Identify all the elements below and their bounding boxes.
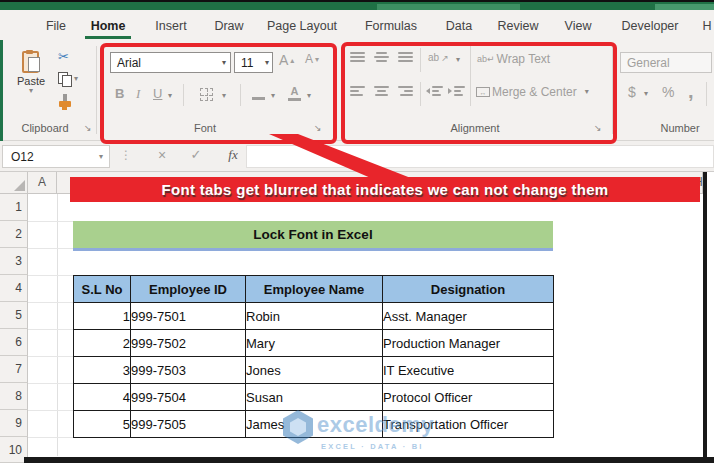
align-left-icon [350, 86, 365, 96]
cell-designation[interactable]: Transportation Officer [383, 411, 554, 438]
tab-formulas[interactable]: Formulas [358, 16, 424, 36]
alignment-dialog-launcher[interactable]: ↘ [594, 123, 602, 133]
copy-button[interactable]: ▾ [58, 72, 78, 86]
align-right-button[interactable] [398, 86, 413, 96]
cell-employee-name[interactable]: Jones [246, 357, 383, 384]
borders-dropdown-icon[interactable]: ▾ [222, 92, 226, 100]
row-header-4[interactable]: 4 [0, 275, 28, 302]
font-name-combobox[interactable]: Arial ▾ [110, 52, 231, 73]
italic-button[interactable]: I [136, 86, 140, 102]
insert-function-button[interactable]: fx [222, 147, 244, 163]
cell-employee-name[interactable]: Susan [246, 384, 383, 411]
format-painter-button[interactable] [58, 94, 72, 110]
increase-font-size-button[interactable]: A▴ [279, 52, 294, 68]
fill-color-button[interactable] [252, 86, 266, 100]
cell-slno[interactable]: 5 [74, 411, 131, 438]
col-header-employee-name[interactable]: Employee Name [246, 276, 383, 303]
tab-home[interactable]: Home [85, 16, 131, 39]
tab-review[interactable]: Review [492, 16, 544, 36]
tab-developer[interactable]: Developer [612, 16, 688, 36]
row-header-5[interactable]: 5 [0, 302, 28, 329]
tab-insert[interactable]: Insert [150, 16, 192, 36]
col-header-slno[interactable]: S.L No [74, 276, 131, 303]
table-row: 5 999-7505 James Transportation Officer [74, 411, 554, 438]
row-header-1[interactable]: 1 [0, 194, 28, 221]
formula-input[interactable] [246, 145, 714, 168]
row-header-7[interactable]: 7 [0, 356, 28, 383]
percent-format-button[interactable]: % [662, 84, 674, 100]
employee-table: S.L No Employee ID Employee Name Designa… [73, 275, 554, 438]
increase-indent-button[interactable] [448, 86, 465, 96]
orientation-button[interactable]: ab↗ [428, 52, 449, 63]
tab-help[interactable]: H [700, 16, 714, 36]
align-bottom-button[interactable] [398, 52, 413, 62]
cell-employee-name[interactable]: Robin [246, 303, 383, 330]
align-left-button[interactable] [350, 86, 365, 96]
cut-button[interactable]: ✂ [58, 50, 69, 63]
window-left-edge [0, 40, 3, 141]
decrease-font-size-button[interactable]: A▾ [305, 52, 319, 66]
row-header-2[interactable]: 2 [0, 221, 28, 248]
col-header-designation[interactable]: Designation [383, 276, 554, 303]
cell-slno[interactable]: 3 [74, 357, 131, 384]
currency-format-button[interactable]: $ [628, 84, 636, 100]
number-format-combobox[interactable]: General [620, 52, 712, 73]
font-dialog-launcher[interactable]: ↘ [314, 123, 322, 133]
cell-employee-id[interactable]: 999-7503 [131, 357, 246, 384]
cell-employee-name[interactable]: Mary [246, 330, 383, 357]
borders-button[interactable] [200, 88, 213, 101]
window-right-edge [703, 172, 707, 463]
cancel-button[interactable]: × [152, 147, 172, 163]
sheet-title-text: Lock Font in Excel [253, 227, 372, 242]
cell-designation[interactable]: IT Executive [383, 357, 554, 384]
name-box[interactable]: O12 ▾ [2, 145, 110, 168]
cell-designation[interactable]: Asst. Manager [383, 303, 554, 330]
align-top-button[interactable] [350, 52, 365, 62]
formula-bar-grip-icon[interactable]: ⋮ [120, 148, 132, 162]
comma-format-button[interactable]: , [688, 80, 694, 103]
font-color-button[interactable]: A [288, 85, 301, 101]
wrap-text-button[interactable]: ab↵ Wrap Text [477, 52, 550, 66]
cell-slno[interactable]: 4 [74, 384, 131, 411]
column-header-a[interactable]: A [28, 172, 57, 194]
font-color-dropdown-icon[interactable]: ▾ [307, 92, 311, 100]
percent-icon: % [662, 84, 674, 100]
align-middle-button[interactable] [374, 52, 389, 62]
alignment-group-label: Alignment [420, 122, 530, 134]
cell-designation[interactable]: Production Manager [383, 330, 554, 357]
cell-slno[interactable]: 1 [74, 303, 131, 330]
cell-employee-id[interactable]: 999-7502 [131, 330, 246, 357]
tab-file[interactable]: File [40, 16, 72, 36]
table-row: 3 999-7503 Jones IT Executive [74, 357, 554, 384]
cell-employee-id[interactable]: 999-7504 [131, 384, 246, 411]
row-header-6[interactable]: 6 [0, 329, 28, 356]
tab-data[interactable]: Data [440, 16, 478, 36]
merge-center-button[interactable]: ↔ Merge & Center ▾ [476, 85, 589, 99]
font-size-combobox[interactable]: 11 ▾ [234, 52, 273, 73]
align-center-button[interactable] [374, 86, 389, 96]
fill-color-dropdown-icon[interactable]: ▾ [271, 92, 275, 100]
select-all-button[interactable] [0, 172, 28, 194]
orientation-dropdown-icon[interactable]: ▾ [456, 56, 460, 64]
currency-dropdown-icon[interactable]: ▾ [644, 90, 648, 98]
bold-button[interactable]: B [115, 86, 124, 101]
cell-employee-id[interactable]: 999-7505 [131, 411, 246, 438]
cell-employee-name[interactable]: James [246, 411, 383, 438]
underline-button[interactable]: U [153, 86, 162, 101]
cell-slno[interactable]: 2 [74, 330, 131, 357]
tab-draw[interactable]: Draw [210, 16, 248, 36]
clipboard-dialog-launcher[interactable]: ↘ [84, 123, 92, 133]
underline-dropdown-icon[interactable]: ▾ [168, 92, 172, 100]
cell-employee-id[interactable]: 999-7501 [131, 303, 246, 330]
tab-view[interactable]: View [558, 16, 598, 36]
row-header-9[interactable]: 9 [0, 410, 28, 437]
row-header-3[interactable]: 3 [0, 248, 28, 275]
decrease-indent-button[interactable] [426, 86, 443, 96]
cell-designation[interactable]: Protocol Officer [383, 384, 554, 411]
row-header-8[interactable]: 8 [0, 383, 28, 410]
sheet-title-cell[interactable]: Lock Font in Excel [73, 221, 553, 251]
tab-page-layout[interactable]: Page Layout [262, 16, 342, 36]
enter-button[interactable]: ✓ [186, 147, 206, 162]
col-header-employee-id[interactable]: Employee ID [131, 276, 246, 303]
paste-button[interactable]: Paste ▾ [10, 50, 52, 116]
